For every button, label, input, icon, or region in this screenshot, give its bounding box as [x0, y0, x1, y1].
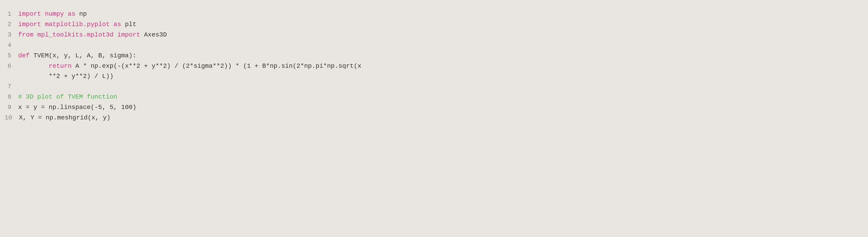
code-line-4: 4	[0, 40, 868, 51]
axes3d-class: Axes3D	[144, 31, 167, 38]
keyword-def: def	[18, 52, 30, 59]
line-number-2: 2	[4, 20, 18, 30]
line-content-8: # 3D plot of TVEM function	[18, 92, 864, 102]
func-tvem: TVEM(x, y, L, A, B, sigma):	[33, 52, 136, 59]
alias-np: np	[79, 10, 87, 18]
keyword-from: from	[18, 31, 33, 38]
code-line-3: 3 from mpl_toolkits.mplot3d import Axes3…	[0, 30, 868, 40]
code-line-6: 6 return A * np.exp(-(x**2 + y**2) / (2*…	[0, 61, 868, 81]
keyword-as-2: as	[114, 21, 121, 28]
code-editor: 1 import numpy as np 2 import matplotlib…	[0, 4, 868, 128]
code-line-10: 10 X, Y = np.meshgrid(x, y)	[0, 113, 868, 123]
keyword-import-1: import	[18, 10, 41, 18]
code-line-1: 1 import numpy as np	[0, 9, 868, 20]
lib-matplotlib: matplotlib.pyplot	[45, 21, 110, 28]
line-content-10: X, Y = np.meshgrid(x, y)	[19, 113, 864, 123]
code-line-9: 9 x = y = np.linspace(-5, 5, 100)	[0, 102, 868, 113]
line-number-6: 6	[4, 61, 18, 71]
lib-mpl-toolkits: mpl_toolkits.mplot3d	[37, 31, 114, 38]
alias-plt: plt	[125, 21, 136, 28]
linspace-call: x = y = np.linspace(-5, 5, 100)	[18, 104, 136, 111]
line-content-3: from mpl_toolkits.mplot3d import Axes3D	[18, 30, 864, 40]
keyword-return: return	[49, 63, 71, 70]
code-line-5: 5 def TVEM(x, y, L, A, B, sigma):	[0, 51, 868, 61]
line-content-6: return A * np.exp(-(x**2 + y**2) / (2*si…	[18, 61, 864, 81]
keyword-import-2: import	[18, 21, 41, 28]
comment-3d-plot: # 3D plot of TVEM function	[18, 93, 117, 100]
code-line-7: 7	[0, 81, 868, 92]
line-number-8: 8	[4, 92, 18, 102]
line-number-7: 7	[4, 81, 18, 92]
line-number-1: 1	[4, 9, 18, 19]
code-line-8: 8 # 3D plot of TVEM function	[0, 92, 868, 102]
line-content-7	[18, 81, 864, 92]
line-number-4: 4	[4, 40, 18, 50]
line-content-1: import numpy as np	[18, 9, 864, 19]
line-content-9: x = y = np.linspace(-5, 5, 100)	[18, 102, 864, 113]
line-number-9: 9	[4, 102, 18, 113]
keyword-import-3: import	[117, 31, 140, 38]
code-line-2: 2 import matplotlib.pyplot as plt	[0, 20, 868, 30]
line-content-5: def TVEM(x, y, L, A, B, sigma):	[18, 51, 864, 61]
indent-6	[18, 63, 49, 70]
line-number-10: 10	[4, 113, 19, 123]
meshgrid-call: X, Y = np.meshgrid(x, y)	[19, 114, 111, 121]
line-content-2: import matplotlib.pyplot as plt	[18, 20, 864, 30]
keyword-as-1: as	[68, 10, 75, 18]
lib-numpy: numpy	[45, 10, 64, 18]
line-number-5: 5	[4, 51, 18, 61]
line-content-4	[18, 40, 864, 50]
line-number-3: 3	[4, 30, 18, 40]
